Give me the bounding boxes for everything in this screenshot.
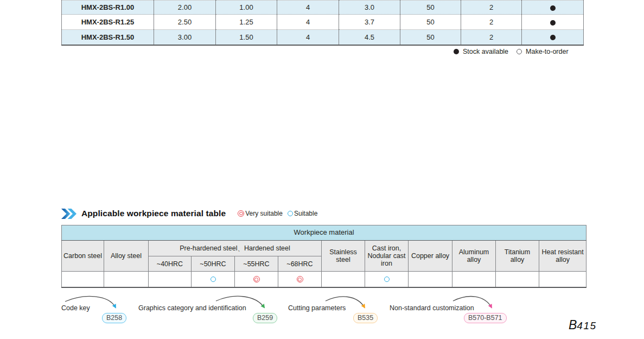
suitability-legend: Very suitable Suitable xyxy=(233,210,317,217)
stock-available-icon xyxy=(550,35,556,40)
value-cell: 2 xyxy=(461,1,522,15)
page-ref-badge-b535[interactable]: B535 xyxy=(353,313,378,323)
rating-cell-68hrc xyxy=(278,272,322,287)
value-cell: 4 xyxy=(277,15,339,30)
product-table: HMX-2BS-R1.00 2.00 1.00 4 3.0 50 2 HMX-2… xyxy=(61,0,584,46)
model-cell: HMX-2BS-R1.50 xyxy=(62,30,154,45)
column-header-alloy-steel: Alloy steel xyxy=(104,241,149,272)
rating-cell-cast-iron xyxy=(365,272,409,287)
table-row: HMX-2BS-R1.00 2.00 1.00 4 3.0 50 2 xyxy=(62,1,584,15)
model-cell: HMX-2BS-R1.25 xyxy=(62,15,154,30)
make-to-order-label: Make-to-order xyxy=(526,48,569,55)
suitable-icon xyxy=(211,277,216,282)
very-suitable-label: Very suitable xyxy=(245,210,283,217)
column-header-stainless-steel: Stainless steel xyxy=(322,241,365,272)
value-cell: 4 xyxy=(277,30,339,45)
column-header-titanium-alloy: Titanium alloy xyxy=(496,241,539,272)
section-title: Applicable workpiece material table xyxy=(81,209,226,218)
non-standard-customization-label: Non-standard customization xyxy=(390,304,474,312)
rating-cell-copper xyxy=(409,272,452,287)
value-cell: 4 xyxy=(277,1,339,15)
column-header-55hrc: ~55HRC xyxy=(235,256,278,272)
suitable-icon xyxy=(288,211,293,216)
column-header-40hrc: ~40HRC xyxy=(149,256,192,272)
page-ref-badge-b570-b571[interactable]: B570-B571 xyxy=(464,313,507,323)
value-cell: 2.00 xyxy=(154,1,216,15)
very-suitable-icon xyxy=(238,210,244,217)
stock-cell xyxy=(522,1,584,15)
column-header-heat-resistant-alloy: Heat resistant alloy xyxy=(539,241,586,272)
rating-cell-heat-resistant xyxy=(539,272,586,287)
value-cell: 4.5 xyxy=(339,30,400,45)
double-chevron-icon xyxy=(61,209,76,219)
rating-cell-titanium xyxy=(496,272,539,287)
very-suitable-icon xyxy=(297,276,303,282)
value-cell: 2 xyxy=(461,30,522,45)
value-cell: 2.50 xyxy=(154,15,216,30)
rating-cell-50hrc xyxy=(192,272,235,287)
page-ref-badge-b259[interactable]: B259 xyxy=(253,313,277,323)
rating-cell-carbon xyxy=(62,272,104,287)
stock-available-icon xyxy=(550,20,556,26)
suitable-label: Suitable xyxy=(294,210,317,217)
stock-cell xyxy=(522,30,584,45)
rating-cell-aluminum xyxy=(452,272,496,287)
model-cell: HMX-2BS-R1.00 xyxy=(62,1,154,15)
section-heading: Applicable workpiece material table Very… xyxy=(61,208,317,219)
rating-cell-55hrc xyxy=(235,272,278,287)
value-cell: 1.00 xyxy=(216,1,277,15)
workpiece-material-header: Workpiece material xyxy=(62,225,586,241)
column-header-copper-alloy: Copper alloy xyxy=(409,241,452,272)
cutting-parameters-label: Cutting parameters xyxy=(288,304,346,312)
column-header-50hrc: ~50HRC xyxy=(192,256,235,272)
value-cell: 3.0 xyxy=(339,1,400,15)
stock-cell xyxy=(522,15,584,30)
column-header-cast-iron: Cast iron, Nodular cast iron xyxy=(365,241,409,272)
stock-legend: Stock available Make-to-order xyxy=(454,48,585,55)
value-cell: 3.00 xyxy=(154,30,216,45)
page-ref-badge-b258[interactable]: B258 xyxy=(102,313,126,323)
value-cell: 1.25 xyxy=(216,15,277,30)
page-number-prefix: B xyxy=(569,318,577,332)
catalog-page: HMX-2BS-R1.00 2.00 1.00 4 3.0 50 2 HMX-2… xyxy=(0,0,644,339)
value-cell: 50 xyxy=(400,1,461,15)
column-header-68hrc: ~68HRC xyxy=(278,256,322,272)
value-cell: 50 xyxy=(400,15,461,30)
rating-cell-alloy xyxy=(104,272,149,287)
value-cell: 2 xyxy=(461,15,522,30)
suitable-icon xyxy=(384,277,390,282)
make-to-order-icon xyxy=(517,49,522,54)
page-number: B415 xyxy=(569,318,597,332)
value-cell: 1.50 xyxy=(216,30,277,45)
column-header-aluminum-alloy: Aluminum alloy xyxy=(452,241,496,272)
table-row: HMX-2BS-R1.50 3.00 1.50 4 4.5 50 2 xyxy=(62,30,584,45)
table-row: HMX-2BS-R1.25 2.50 1.25 4 3.7 50 2 xyxy=(62,15,584,30)
page-number-value: 415 xyxy=(577,320,596,331)
column-group-prehardened-hardened: Pre-hardened steel、Hardened steel xyxy=(149,241,322,256)
rating-cell-stainless xyxy=(322,272,365,287)
graphics-category-label: Graphics category and identification xyxy=(138,304,246,312)
rating-cell-40hrc xyxy=(149,272,192,287)
code-key-label: Code key xyxy=(61,304,90,312)
value-cell: 50 xyxy=(400,30,461,45)
stock-available-icon xyxy=(550,5,556,11)
column-header-carbon-steel: Carbon steel xyxy=(62,241,104,272)
workpiece-material-table: Workpiece material Carbon steel Alloy st… xyxy=(61,225,586,288)
stock-available-icon xyxy=(454,49,459,54)
value-cell: 3.7 xyxy=(339,15,400,30)
stock-available-label: Stock available xyxy=(463,48,508,55)
very-suitable-icon xyxy=(253,276,260,282)
